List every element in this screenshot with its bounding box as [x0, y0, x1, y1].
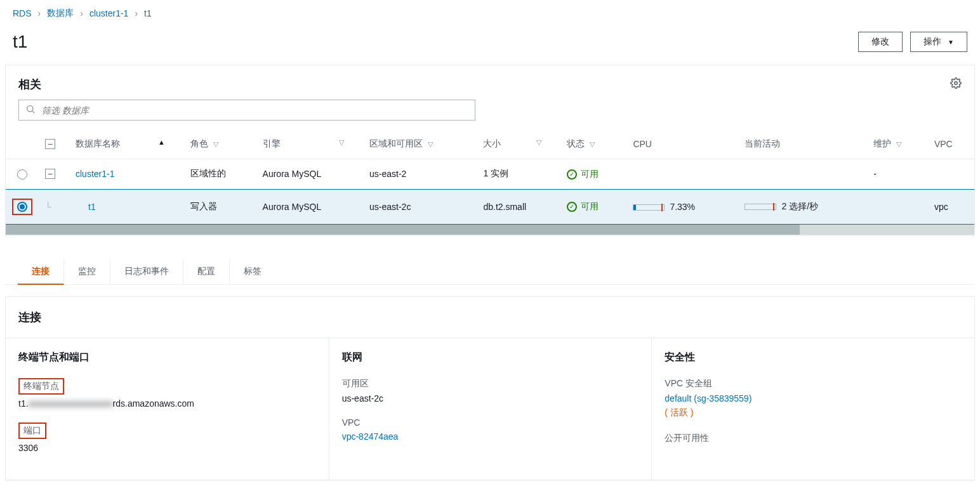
breadcrumb-cluster[interactable]: cluster1-1: [89, 8, 128, 18]
cpu-bar: [633, 204, 665, 211]
gear-icon[interactable]: [950, 77, 962, 92]
svg-point-0: [955, 81, 958, 84]
tab-logs[interactable]: 日志和事件: [110, 259, 183, 284]
port-label: 端口: [18, 423, 46, 439]
status-badge: ✓可用: [567, 169, 599, 180]
filter-input-wrap[interactable]: [18, 100, 475, 121]
sg-label: VPC 安全组: [665, 378, 712, 390]
status-badge: ✓可用: [567, 201, 599, 213]
network-section-title: 联网: [342, 351, 639, 364]
collapse-all-icon[interactable]: −: [45, 139, 55, 149]
filter-input[interactable]: [42, 105, 468, 115]
horizontal-scrollbar[interactable]: [6, 225, 974, 235]
col-activity: 当前活动: [738, 129, 867, 159]
vpc-label: VPC: [342, 417, 361, 428]
radio-unselected[interactable]: [17, 169, 27, 180]
db-link-cluster[interactable]: cluster1-1: [76, 169, 114, 179]
radio-selected[interactable]: [17, 202, 27, 212]
endpoint-value: t1.xxxxxxxxxxxxxxxxxxxrds.amazonaws.com: [18, 398, 316, 409]
col-name[interactable]: 数据库名称 ▲: [69, 129, 184, 159]
chevron-right-icon: ›: [38, 8, 41, 18]
tab-monitor[interactable]: 监控: [64, 259, 110, 284]
endpoint-label: 终端节点: [18, 378, 64, 395]
chevron-right-icon: ›: [135, 8, 138, 18]
col-status[interactable]: 状态 ▽: [560, 129, 627, 159]
modify-button[interactable]: 修改: [858, 32, 903, 52]
connection-panel: 连接 终端节点和端口 终端节点 t1.xxxxxxxxxxxxxxxxxxxrd…: [5, 296, 975, 480]
az-value: us-east-2c: [342, 393, 639, 403]
col-vpc: VPC: [928, 129, 974, 159]
activity-bar: [745, 204, 776, 210]
svg-line-2: [32, 111, 34, 113]
table-row[interactable]: − cluster1-1 区域性的 Aurora MySQL us-east-2…: [6, 159, 974, 190]
col-cpu: CPU: [626, 129, 738, 159]
az-label: 可用区: [342, 378, 369, 390]
sg-link[interactable]: default (sg-35839559): [665, 393, 752, 403]
col-maintenance[interactable]: 维护 ▽: [867, 129, 928, 159]
public-label: 公开可用性: [665, 433, 709, 444]
endpoint-section-title: 终端节点和端口: [18, 351, 316, 364]
breadcrumb-current: t1: [144, 8, 152, 18]
security-column: 安全性 VPC 安全组 default (sg-35839559) ( 活跃 )…: [651, 338, 974, 480]
security-section-title: 安全性: [665, 351, 962, 364]
col-size[interactable]: 大小 ▽: [477, 129, 560, 159]
tab-connect[interactable]: 连接: [18, 259, 64, 285]
connection-title: 连接: [6, 297, 974, 337]
chevron-right-icon: ›: [80, 8, 83, 18]
svg-point-1: [27, 106, 33, 112]
related-title: 相关: [18, 77, 41, 92]
sg-status: ( 活跃 ): [665, 407, 962, 419]
breadcrumb-rds[interactable]: RDS: [13, 8, 32, 18]
radio-highlight: [12, 199, 32, 215]
port-value: 3306: [18, 443, 316, 453]
breadcrumb-db[interactable]: 数据库: [47, 8, 74, 19]
db-link-t1[interactable]: t1: [88, 202, 96, 212]
related-panel: 相关 − 数据库名称 ▲ 角色 ▽ 引擎 ▽ 区域和可用区 ▽ 大小 ▽: [5, 65, 975, 235]
tab-config[interactable]: 配置: [183, 259, 230, 284]
chevron-down-icon: ▼: [948, 39, 954, 46]
databases-table: − 数据库名称 ▲ 角色 ▽ 引擎 ▽ 区域和可用区 ▽ 大小 ▽ 状态 ▽ C…: [6, 129, 974, 225]
tree-connector: └: [45, 202, 58, 212]
col-engine[interactable]: 引擎 ▽: [256, 129, 363, 159]
search-icon: [25, 104, 36, 116]
col-role[interactable]: 角色 ▽: [184, 129, 256, 159]
table-row[interactable]: └ t1 写入器 Aurora MySQL us-east-2c db.t2.s…: [6, 189, 974, 224]
col-region[interactable]: 区域和可用区 ▽: [363, 129, 477, 159]
breadcrumb: RDS › 数据库 › cluster1-1 › t1: [0, 0, 980, 27]
page-title: t1: [13, 32, 27, 52]
tabs: 连接 监控 日志和事件 配置 标签: [5, 248, 975, 285]
actions-button[interactable]: 操作▼: [910, 32, 967, 52]
tab-tags[interactable]: 标签: [230, 259, 275, 284]
network-column: 联网 可用区 us-east-2c VPC vpc-82474aea: [329, 338, 652, 480]
endpoint-column: 终端节点和端口 终端节点 t1.xxxxxxxxxxxxxxxxxxxrds.a…: [6, 338, 329, 480]
collapse-icon[interactable]: −: [45, 169, 55, 179]
vpc-link[interactable]: vpc-82474aea: [342, 431, 399, 442]
